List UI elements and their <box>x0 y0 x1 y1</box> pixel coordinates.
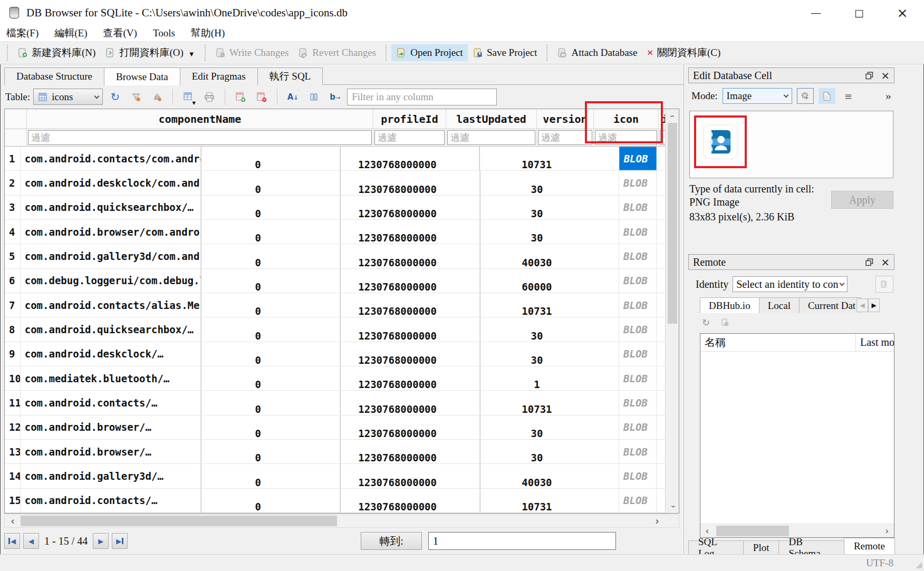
profileid-cell[interactable]: 0 <box>201 220 340 244</box>
table-row[interactable]: 1 com.android.contacts/com.android.conta… <box>5 147 665 171</box>
remote-list-scrollbar[interactable]: ‹ › <box>700 524 894 537</box>
icon-blob-cell[interactable]: BLOB <box>619 196 657 219</box>
icon-blob-cell[interactable]: BLOB <box>619 269 657 293</box>
remote-scrollbar-thumb[interactable] <box>716 526 789 536</box>
version-cell[interactable]: 40030 <box>480 244 619 268</box>
icon-blob-cell[interactable]: BLOB <box>619 293 657 317</box>
filter-input-componentname[interactable] <box>28 130 372 145</box>
lastupdated-cell[interactable]: 1230768000000 <box>340 196 479 219</box>
version-cell[interactable]: 10731 <box>479 147 619 170</box>
truncated-cell[interactable] <box>657 171 665 195</box>
icon-blob-cell[interactable]: BLOB <box>619 342 657 366</box>
row-number-cell[interactable]: 15 <box>5 489 21 512</box>
scroll-left-icon[interactable]: ‹ <box>700 526 714 536</box>
last-record-button[interactable]: ▶ <box>112 533 128 549</box>
version-cell[interactable]: 30 <box>480 415 619 439</box>
filter-input-icon[interactable] <box>595 130 657 145</box>
word-wrap-button[interactable]: ≡ <box>840 88 857 104</box>
scroll-down-icon[interactable]: ‹ <box>667 500 678 512</box>
tab-current-database[interactable]: Current Dat <box>799 297 861 313</box>
truncated-cell[interactable] <box>657 244 665 268</box>
icon-blob-cell[interactable]: BLOB <box>619 244 657 268</box>
lastupdated-cell[interactable]: 1230768000000 <box>340 220 479 244</box>
row-number-cell[interactable]: 7 <box>5 293 21 317</box>
truncated-cell[interactable] <box>657 196 665 219</box>
profileid-cell[interactable]: 0 <box>201 342 340 366</box>
scroll-right-icon[interactable]: › <box>649 515 665 527</box>
clone-database-icon[interactable] <box>720 318 729 326</box>
list-header-name[interactable]: 名稱 <box>700 334 856 351</box>
menu-item-help[interactable]: 幫助(H) <box>191 26 225 40</box>
table-row[interactable]: 14 com.android.gallery3d/… 0 12307680000… <box>5 464 665 488</box>
menu-item-file[interactable]: 檔案(F) <box>6 26 38 40</box>
version-cell[interactable]: 30 <box>480 171 619 195</box>
filter-input-profileid[interactable] <box>374 130 445 145</box>
open-project-button[interactable]: Open Project <box>391 44 468 61</box>
print-button[interactable] <box>200 89 218 105</box>
truncated-cell[interactable] <box>657 342 665 366</box>
insert-record-button[interactable] <box>232 89 249 105</box>
goto-record-input[interactable] <box>428 532 616 550</box>
truncated-cell[interactable] <box>657 366 665 390</box>
profileid-cell[interactable]: 0 <box>201 147 340 170</box>
truncated-cell[interactable] <box>657 293 665 317</box>
tab-scroll-left-button[interactable]: ◀ <box>856 298 868 312</box>
scroll-right-icon[interactable]: › <box>880 526 894 536</box>
componentname-cell[interactable]: com.debug.loggerui/com.debug.loggerui.Ma… <box>21 269 201 293</box>
tab-execute-sql[interactable]: 執行 SQL <box>257 67 323 85</box>
row-number-cell[interactable]: 13 <box>5 440 21 463</box>
table-row[interactable]: 4 com.android.browser/com.android.browse… <box>5 220 665 244</box>
componentname-cell[interactable]: com.android.contacts/… <box>21 391 201 414</box>
profileid-cell[interactable]: 0 <box>201 391 340 414</box>
table-select[interactable]: icons <box>33 89 103 105</box>
profileid-cell[interactable]: 0 <box>201 415 340 439</box>
vertical-scrollbar[interactable]: ‹ ‹ <box>665 109 679 513</box>
componentname-cell[interactable]: com.android.browser/… <box>21 440 201 463</box>
close-database-button[interactable]: × 關閉資料庫(C) <box>642 43 725 62</box>
componentname-cell[interactable]: com.android.contacts/com.android.contact… <box>21 147 201 170</box>
float-panel-icon[interactable] <box>865 258 873 266</box>
version-cell[interactable]: 1 <box>480 366 619 390</box>
componentname-cell[interactable]: com.android.contacts/alias.MessageShortc… <box>21 293 201 317</box>
remote-refresh-icon[interactable]: ↻ <box>702 317 710 328</box>
row-number-cell[interactable]: 8 <box>5 317 21 341</box>
print-rows-button[interactable] <box>305 89 323 105</box>
filter-input-truncated[interactable] <box>660 130 665 145</box>
table-row[interactable]: 15 com.android.contacts/… 0 123076800000… <box>5 489 665 513</box>
header-profileid[interactable]: profileId <box>373 109 446 129</box>
row-number-cell[interactable]: 2 <box>5 171 21 195</box>
sort-asc-button[interactable]: A↓ <box>284 89 302 105</box>
header-componentname[interactable]: componentName <box>27 109 373 129</box>
tab-sql-log[interactable]: SQL Log <box>688 540 744 554</box>
more-options-button[interactable]: » <box>886 89 891 103</box>
tab-local[interactable]: Local <box>759 297 800 313</box>
goto-button[interactable]: 轉到: <box>361 532 422 550</box>
tab-scroll-right-button[interactable]: ▶ <box>868 298 880 312</box>
lastupdated-cell[interactable]: 1230768000000 <box>340 366 479 390</box>
icon-blob-cell[interactable]: BLOB <box>619 391 657 414</box>
scroll-up-icon[interactable]: ‹ <box>667 110 678 122</box>
truncated-cell[interactable] <box>657 391 665 414</box>
row-number-cell[interactable]: 5 <box>5 244 21 268</box>
resize-grip-icon[interactable]: ◢ <box>916 560 922 569</box>
close-panel-icon[interactable]: × <box>881 257 890 267</box>
save-project-button[interactable]: Save Project <box>468 44 542 61</box>
tab-database-structure[interactable]: Database Structure <box>4 67 104 85</box>
refresh-button[interactable]: ↻ <box>106 89 124 105</box>
profileid-cell[interactable]: 0 <box>201 317 340 341</box>
menu-item-edit[interactable]: 編輯(E) <box>54 26 87 40</box>
maximize-button[interactable]: □ <box>838 0 881 25</box>
lastupdated-cell[interactable]: 1230768000000 <box>340 464 479 488</box>
lastupdated-cell[interactable]: 1230768000000 <box>340 440 479 463</box>
icon-blob-cell[interactable]: BLOB <box>619 440 657 463</box>
tab-browse-data[interactable]: Browse Data <box>104 67 180 85</box>
close-panel-icon[interactable]: × <box>881 70 890 81</box>
icon-blob-cell[interactable]: BLOB <box>619 464 657 488</box>
write-changes-button[interactable]: Write Changes <box>210 44 294 61</box>
tab-db-schema[interactable]: DB Schema <box>778 540 844 554</box>
table-row[interactable]: 9 com.android.deskclock/… 0 123076800000… <box>5 342 665 366</box>
attach-database-button[interactable]: Attach Database <box>552 44 642 61</box>
table-row[interactable]: 11 com.android.contacts/… 0 123076800000… <box>5 391 665 415</box>
lastupdated-cell[interactable]: 1230768000000 <box>340 147 479 170</box>
componentname-cell[interactable]: com.android.browser/com.android.browser. <box>21 220 201 244</box>
